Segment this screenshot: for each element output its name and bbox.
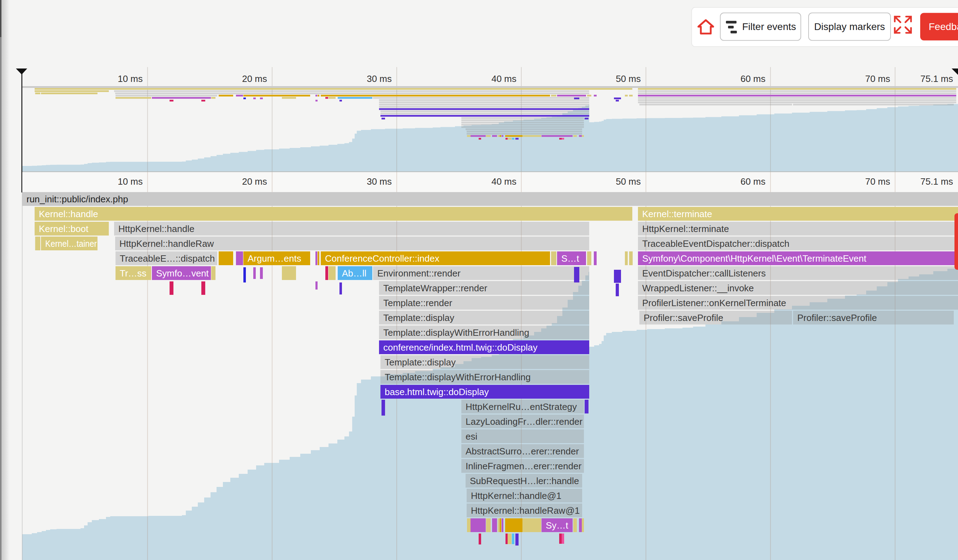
svg-text:Ab…ll: Ab…ll	[342, 268, 366, 278]
svg-text:70 ms: 70 ms	[865, 73, 890, 84]
svg-text:LazyLoadingFr…dler::render: LazyLoadingFr…dler::render	[466, 416, 582, 427]
svg-text:Template::display: Template::display	[383, 313, 454, 323]
svg-text:60 ms: 60 ms	[741, 176, 766, 187]
svg-text:40 ms: 40 ms	[492, 176, 516, 187]
svg-text:20 ms: 20 ms	[242, 73, 267, 84]
svg-text:HttpKernel::handle: HttpKernel::handle	[118, 223, 194, 234]
svg-text:Kernel::boot: Kernel::boot	[39, 223, 89, 234]
svg-text:HttpKernel::handleRaw: HttpKernel::handleRaw	[119, 238, 214, 249]
svg-text:TraceableEventDispatcher::disp: TraceableEventDispatcher::dispatch	[642, 238, 790, 249]
svg-text:30 ms: 30 ms	[367, 176, 392, 187]
svg-text:40 ms: 40 ms	[492, 73, 516, 84]
svg-text:Template::render: Template::render	[383, 297, 452, 308]
svg-text:20 ms: 20 ms	[242, 176, 267, 187]
svg-text:Symfo…vent: Symfo…vent	[156, 268, 209, 278]
svg-text:30 ms: 30 ms	[367, 73, 392, 84]
svg-text:HttpKernel::terminate: HttpKernel::terminate	[642, 223, 729, 234]
svg-text:75.1 ms: 75.1 ms	[921, 73, 953, 84]
svg-text:75.1 ms: 75.1 ms	[921, 176, 953, 187]
svg-text:conference/index.html.twig::do: conference/index.html.twig::doDisplay	[383, 342, 537, 353]
svg-text:Symfony\Component\HttpKernel\E: Symfony\Component\HttpKernel\Event\Termi…	[642, 253, 866, 264]
svg-text:AbstractSurro…erer::render: AbstractSurro…erer::render	[466, 446, 579, 457]
svg-text:Display markers: Display markers	[814, 21, 885, 32]
svg-text:Template::displayWithErrorHand: Template::displayWithErrorHandling	[385, 372, 531, 383]
svg-text:TemplateWrapper::render: TemplateWrapper::render	[383, 283, 487, 293]
svg-text:run_init::public/index.php: run_init::public/index.php	[27, 194, 128, 204]
svg-text:Kernel::terminate: Kernel::terminate	[642, 209, 712, 219]
svg-text:WrappedListener::__invoke: WrappedListener::__invoke	[642, 283, 754, 293]
svg-text:Tr…ss: Tr…ss	[120, 268, 147, 278]
svg-text:60 ms: 60 ms	[741, 73, 766, 84]
svg-text:ConferenceController::index: ConferenceController::index	[325, 253, 439, 264]
svg-text:HttpKernel::handleRaw@1: HttpKernel::handleRaw@1	[471, 505, 580, 516]
svg-text:Argum…ents: Argum…ents	[247, 253, 301, 264]
svg-text:ProfilerListener::onKernelTerm: ProfilerListener::onKernelTerminate	[642, 297, 786, 308]
svg-text:50 ms: 50 ms	[616, 73, 641, 84]
svg-text:HttpKernel::handle@1: HttpKernel::handle@1	[471, 490, 561, 501]
svg-text:Feedback: Feedback	[929, 21, 958, 32]
svg-text:S…t: S…t	[561, 253, 579, 264]
svg-text:Environment::render: Environment::render	[377, 268, 461, 278]
svg-text:HttpKernelRu…entStrategy: HttpKernelRu…entStrategy	[466, 402, 577, 412]
svg-text:Filter events: Filter events	[742, 21, 796, 32]
svg-text:Sy…t: Sy…t	[546, 520, 568, 531]
svg-text:10 ms: 10 ms	[117, 176, 143, 187]
svg-text:Template::display: Template::display	[385, 357, 456, 367]
svg-text:70 ms: 70 ms	[865, 176, 890, 187]
svg-text:Kernel…tainer: Kernel…tainer	[45, 238, 97, 249]
svg-text:TraceableE…::dispatch: TraceableE…::dispatch	[120, 253, 215, 264]
svg-text:Kernel::handle: Kernel::handle	[39, 209, 98, 219]
svg-text:base.html.twig::doDisplay: base.html.twig::doDisplay	[385, 387, 489, 397]
svg-text:SubRequestH…ler::handle: SubRequestH…ler::handle	[470, 476, 579, 486]
svg-text:esi: esi	[466, 431, 477, 442]
svg-text:EventDispatcher::callListeners: EventDispatcher::callListeners	[642, 268, 766, 278]
svg-text:Template::displayWithErrorHand: Template::displayWithErrorHandling	[383, 327, 529, 338]
svg-text:InlineFragmen…erer::render: InlineFragmen…erer::render	[466, 461, 581, 471]
svg-text:10 ms: 10 ms	[117, 73, 143, 84]
svg-text:Profiler::saveProfile: Profiler::saveProfile	[797, 313, 877, 323]
svg-text:50 ms: 50 ms	[616, 176, 641, 187]
svg-text:Profiler::saveProfile: Profiler::saveProfile	[644, 313, 723, 323]
